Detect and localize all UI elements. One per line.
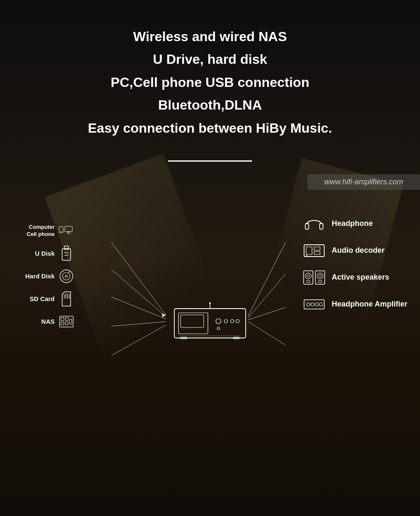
output-headphone: Headphone xyxy=(303,215,407,233)
svg-line-7 xyxy=(248,274,286,318)
text-line-5: Easy connection between HiBy Music. xyxy=(42,117,378,139)
svg-point-66 xyxy=(319,303,323,306)
output-headphone-amplifier: Headphone Amplifier xyxy=(303,296,407,313)
active-speakers-label: Active speakers xyxy=(332,273,389,282)
center-hiby-device xyxy=(172,302,248,346)
headphone-label: Headphone xyxy=(332,219,373,228)
sdcard-icon xyxy=(59,291,74,306)
svg-line-6 xyxy=(248,242,286,317)
headphone-icon xyxy=(303,215,325,233)
svg-point-63 xyxy=(307,303,310,306)
svg-rect-32 xyxy=(65,322,68,325)
svg-point-44 xyxy=(217,327,220,330)
svg-rect-33 xyxy=(70,319,72,324)
right-outputs-list: Headphone Audio decoder xyxy=(303,215,407,313)
svg-point-37 xyxy=(216,319,221,324)
svg-rect-57 xyxy=(307,280,310,283)
svg-rect-52 xyxy=(314,251,320,254)
svg-line-3 xyxy=(111,322,166,326)
text-line-2: U Drive, hard disk xyxy=(42,48,378,71)
svg-rect-12 xyxy=(65,226,72,232)
usb-icon xyxy=(59,246,74,261)
text-line-3: PC,Cell phone USB connection xyxy=(42,71,378,94)
device-u-disk: U Disk xyxy=(17,246,74,261)
top-text-section: Wireless and wired NAS U Drive, hard dis… xyxy=(0,0,420,152)
svg-rect-29 xyxy=(61,318,64,321)
svg-line-1 xyxy=(111,270,166,317)
svg-point-38 xyxy=(224,320,228,323)
svg-rect-48 xyxy=(320,223,323,229)
svg-line-8 xyxy=(248,307,286,320)
svg-point-65 xyxy=(315,303,318,306)
svg-point-40 xyxy=(236,320,239,323)
svg-rect-61 xyxy=(318,280,322,283)
audio-decoder-icon xyxy=(303,242,325,259)
device-sd-card: SD Card xyxy=(17,291,74,306)
u-disk-label: U Disk xyxy=(17,250,55,257)
device-computer-cellphone: ComputerCell phone xyxy=(17,223,74,238)
svg-line-0 xyxy=(111,242,166,315)
svg-rect-36 xyxy=(181,315,204,327)
svg-point-64 xyxy=(311,303,314,306)
svg-point-39 xyxy=(231,320,234,323)
svg-rect-50 xyxy=(306,247,312,254)
svg-rect-51 xyxy=(314,247,320,250)
svg-point-20 xyxy=(60,270,73,283)
svg-rect-17 xyxy=(64,246,68,249)
nas-icon xyxy=(59,314,74,329)
left-devices-list: ComputerCell phone xyxy=(17,223,74,329)
svg-rect-16 xyxy=(62,249,71,260)
svg-line-9 xyxy=(248,322,286,345)
audio-decoder-label: Audio decoder xyxy=(332,246,385,255)
text-line-1: Wireless and wired NAS xyxy=(42,25,378,48)
active-speakers-icon xyxy=(303,269,325,286)
computer-phone-icon xyxy=(59,223,74,238)
device-nas: NAS xyxy=(17,314,74,329)
device-hard-disk: Hard Disk xyxy=(17,269,74,284)
section-divider xyxy=(168,160,252,162)
output-active-speakers: Active speakers xyxy=(303,269,407,286)
sd-card-label: SD Card xyxy=(17,295,55,302)
hdd-icon xyxy=(59,269,74,284)
svg-rect-47 xyxy=(305,223,309,229)
svg-rect-49 xyxy=(304,245,324,257)
headphone-amplifier-label: Headphone Amplifier xyxy=(332,300,407,309)
svg-point-60 xyxy=(319,275,321,277)
svg-line-23 xyxy=(68,271,70,272)
headphone-amp-icon xyxy=(303,296,325,313)
hard-disk-label: Hard Disk xyxy=(17,272,55,280)
output-audio-decoder: Audio decoder xyxy=(303,242,407,259)
svg-marker-5 xyxy=(162,313,166,317)
nas-label: NAS xyxy=(17,318,55,325)
svg-rect-30 xyxy=(65,318,68,321)
watermark-text: www.hifi-amplifiers.com xyxy=(307,174,420,190)
svg-line-4 xyxy=(111,325,166,356)
text-line-4: Bluetooth,DLNA xyxy=(42,94,378,116)
svg-line-2 xyxy=(111,297,166,319)
svg-point-22 xyxy=(65,275,67,277)
svg-point-21 xyxy=(63,272,70,280)
svg-point-59 xyxy=(317,273,323,279)
svg-point-55 xyxy=(305,273,311,279)
connection-diagram: ComputerCell phone xyxy=(0,202,420,446)
svg-point-43 xyxy=(209,302,211,304)
computer-cellphone-label: ComputerCell phone xyxy=(17,224,55,238)
svg-rect-31 xyxy=(61,322,64,325)
svg-point-56 xyxy=(307,275,310,277)
svg-point-53 xyxy=(306,255,307,256)
